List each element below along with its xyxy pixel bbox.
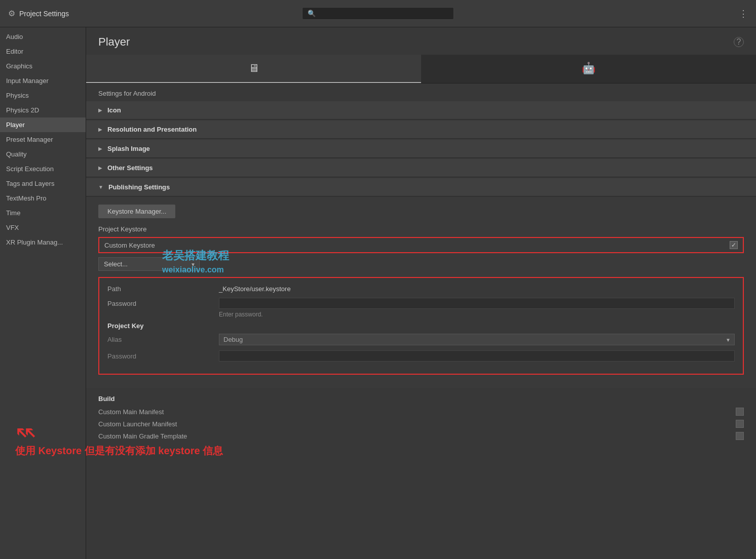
sidebar-item-physics-2d[interactable]: Physics 2D — [0, 103, 86, 117]
more-menu-icon[interactable]: ⋮ — [739, 8, 748, 19]
keystore-manager-button[interactable]: Keystore Manager... — [98, 205, 175, 218]
sidebar-item-tags-layers[interactable]: Tags and Layers — [0, 176, 86, 191]
sidebar-item-quality[interactable]: Quality — [0, 147, 86, 162]
enter-password-hint: Enter password. — [107, 311, 735, 318]
section-icon[interactable]: ▶ Icon — [86, 101, 756, 119]
publishing-section-title: Publishing Settings — [108, 183, 170, 191]
publishing-settings-content: Keystore Manager... Project Keystore Cus… — [86, 197, 756, 388]
custom-keystore-label: Custom Keystore — [104, 242, 155, 249]
android-icon: 🤖 — [582, 62, 595, 75]
icon-section-title: Icon — [107, 106, 121, 114]
desktop-icon: 🖥 — [248, 62, 259, 75]
sidebar-item-editor[interactable]: Editor — [0, 44, 86, 59]
custom-launcher-manifest-label: Custom Launcher Manifest — [98, 420, 736, 428]
sidebar-item-time[interactable]: Time — [0, 206, 86, 220]
custom-gradle-template-label: Custom Main Gradle Template — [98, 432, 736, 440]
custom-gradle-template-checkbox[interactable] — [736, 432, 744, 440]
path-label: Path — [107, 285, 219, 293]
player-header: Player ? — [86, 27, 756, 55]
select-wrapper: Select... ▼ — [98, 257, 200, 271]
alias-select-wrapper: Debug ▼ — [219, 334, 735, 345]
player-header-icons: ? — [734, 37, 744, 47]
build-section: Build Custom Main Manifest Custom Launch… — [86, 388, 756, 451]
player-title: Player — [98, 35, 130, 49]
search-icon: 🔍 — [308, 10, 316, 17]
sidebar-item-graphics[interactable]: Graphics — [0, 59, 86, 73]
tab-android[interactable]: 🤖 — [421, 55, 756, 83]
key-password-input[interactable] — [219, 350, 735, 362]
sidebar-item-preset-manager[interactable]: Preset Manager — [0, 132, 86, 147]
alias-row: Alias Debug ▼ — [107, 334, 735, 345]
keystore-select[interactable]: Select... — [98, 257, 200, 271]
section-resolution[interactable]: ▶ Resolution and Presentation — [86, 121, 756, 139]
password-input[interactable] — [219, 298, 735, 309]
alias-label: Alias — [107, 336, 219, 343]
window-title: Project Settings — [19, 10, 69, 18]
project-keystore-label: Project Keystore — [98, 225, 744, 233]
path-value: _KeyStore/user.keystore — [219, 285, 291, 293]
sidebar-item-script-execution[interactable]: Script Execution — [0, 162, 86, 176]
password-label: Password — [107, 300, 219, 307]
title-bar-left: ⚙ Project Settings — [8, 9, 69, 18]
path-row: Path _KeyStore/user.keystore — [107, 285, 735, 293]
select-row: Select... ▼ — [98, 257, 744, 271]
title-bar: ⚙ Project Settings 🔍 ⋮ — [0, 0, 756, 27]
alias-select[interactable]: Debug — [219, 334, 735, 345]
sidebar-item-audio[interactable]: Audio — [0, 29, 86, 44]
main-layout: Audio Editor Graphics Input Manager Phys… — [0, 27, 756, 559]
key-password-label: Password — [107, 352, 219, 360]
project-key-label: Project Key — [107, 322, 735, 330]
resolution-section-title: Resolution and Presentation — [107, 126, 197, 133]
custom-launcher-manifest-checkbox[interactable] — [736, 420, 744, 428]
section-other-settings[interactable]: ▶ Other Settings — [86, 159, 756, 177]
custom-main-manifest-checkbox[interactable] — [736, 408, 744, 416]
other-section-title: Other Settings — [107, 164, 153, 172]
custom-main-manifest-label: Custom Main Manifest — [98, 408, 736, 416]
splash-section-arrow: ▶ — [98, 146, 102, 151]
other-section-arrow: ▶ — [98, 165, 102, 171]
sidebar-item-xr-plugin[interactable]: XR Plugin Manag... — [0, 235, 86, 250]
checkmark-icon: ✓ — [731, 242, 736, 249]
build-row-manifest: Custom Main Manifest — [98, 408, 744, 416]
custom-keystore-checkbox[interactable]: ✓ — [730, 241, 738, 249]
sidebar-item-physics[interactable]: Physics — [0, 88, 86, 103]
key-password-row: Password — [107, 350, 735, 362]
resolution-section-arrow: ▶ — [98, 127, 102, 132]
build-title: Build — [98, 395, 744, 403]
gear-icon: ⚙ — [8, 9, 15, 18]
help-icon[interactable]: ? — [734, 37, 744, 47]
sidebar-item-input-manager[interactable]: Input Manager — [0, 73, 86, 88]
sidebar-item-player[interactable]: Player — [0, 117, 86, 132]
password-row: Password — [107, 298, 735, 309]
section-publishing-settings[interactable]: ▼ Publishing Settings — [86, 178, 756, 196]
icon-section-arrow: ▶ — [98, 107, 102, 113]
splash-section-title: Splash Image — [107, 145, 150, 152]
content-area: Player ? 🖥 🤖 Settings for Android ▶ Icon — [86, 27, 756, 559]
search-input[interactable] — [319, 10, 448, 17]
custom-keystore-row: Custom Keystore ✓ — [98, 237, 744, 253]
build-row-gradle-template: Custom Main Gradle Template — [98, 432, 744, 440]
tab-desktop[interactable]: 🖥 — [86, 55, 421, 83]
sidebar-item-vfx[interactable]: VFX — [0, 220, 86, 235]
keystore-detail-box: Path _KeyStore/user.keystore Password En… — [98, 277, 744, 375]
sidebar: Audio Editor Graphics Input Manager Phys… — [0, 27, 86, 559]
publishing-section-arrow: ▼ — [98, 184, 103, 190]
settings-for-label: Settings for Android — [86, 84, 756, 101]
platform-tabs: 🖥 🤖 — [86, 55, 756, 84]
search-bar[interactable]: 🔍 — [302, 7, 454, 20]
section-splash-image[interactable]: ▶ Splash Image — [86, 140, 756, 158]
build-row-launcher-manifest: Custom Launcher Manifest — [98, 420, 744, 428]
sidebar-item-textmesh-pro[interactable]: TextMesh Pro — [0, 191, 86, 206]
